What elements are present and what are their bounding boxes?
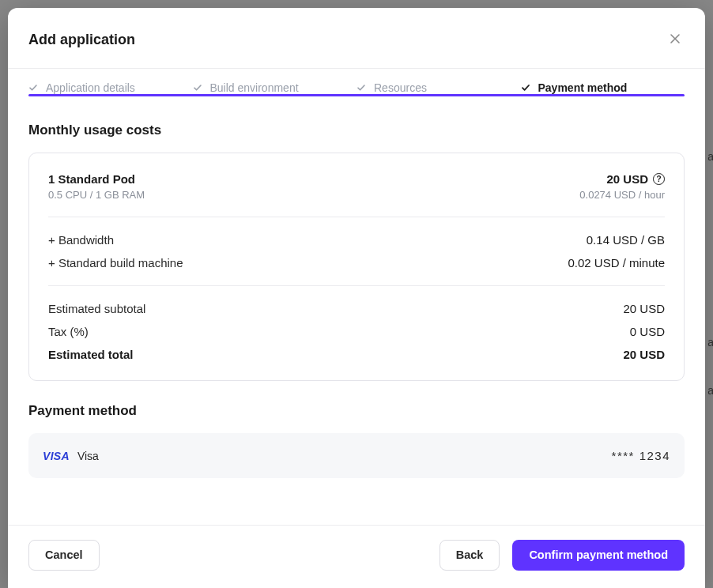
step-application-details[interactable]: Application details [28, 81, 193, 94]
background-text: as [707, 150, 713, 163]
step-label: Resources [374, 81, 427, 94]
addon-row: + Standard build machine 0.02 USD / minu… [48, 256, 665, 270]
pod-price-value: 20 USD [606, 172, 648, 186]
step-label: Build environment [210, 81, 299, 94]
modal-content: Monthly usage costs 1 Standard Pod 0.5 C… [8, 94, 705, 525]
addon-label: + Bandwidth [48, 233, 114, 247]
check-icon [356, 83, 366, 92]
section-title-costs: Monthly usage costs [28, 122, 685, 138]
background-text: as [707, 384, 713, 397]
pod-title: 1 Standard Pod [48, 172, 145, 186]
check-icon [193, 83, 202, 92]
confirm-payment-button[interactable]: Confirm payment method [512, 540, 685, 571]
visa-logo-icon: VISA [43, 450, 70, 462]
pod-rate: 0.0274 USD / hour [579, 189, 665, 201]
check-icon [521, 83, 530, 92]
summary-label: Tax (%) [48, 325, 89, 338]
modal-header: Add application [8, 8, 705, 69]
summary-row: Estimated subtotal 20 USD [48, 302, 665, 315]
summary-label: Estimated total [48, 348, 134, 361]
footer-actions: Back Confirm payment method [439, 540, 685, 571]
close-icon [670, 32, 681, 47]
addon-price: 0.14 USD / GB [587, 233, 665, 247]
section-title-payment: Payment method [28, 403, 685, 419]
step-build-environment[interactable]: Build environment [193, 81, 357, 94]
step-label: Payment method [538, 81, 628, 94]
pod-pricing: 20 USD ? 0.0274 USD / hour [579, 172, 665, 201]
step-payment-method[interactable]: Payment method [521, 81, 685, 94]
modal-footer: Cancel Back Confirm payment method [8, 525, 705, 588]
background-text: as [707, 336, 713, 349]
pod-info: 1 Standard Pod 0.5 CPU / 1 GB RAM [48, 172, 145, 201]
summary-price: 0 USD [630, 325, 665, 338]
cancel-button[interactable]: Cancel [28, 540, 100, 571]
summary-price: 20 USD [623, 348, 665, 361]
modal-title: Add application [28, 32, 135, 48]
summary-row-total: Estimated total 20 USD [48, 348, 665, 361]
summary-row: Tax (%) 0 USD [48, 325, 665, 338]
divider [48, 217, 665, 217]
summary-price: 20 USD [623, 302, 665, 315]
pod-row: 1 Standard Pod 0.5 CPU / 1 GB RAM 20 USD… [48, 172, 665, 201]
stepper-progress-bar [28, 94, 685, 96]
payment-brand: VISA Visa [43, 450, 99, 462]
step-resources[interactable]: Resources [356, 81, 521, 94]
card-last-digits: **** 1234 [612, 449, 670, 462]
divider [48, 285, 665, 286]
step-label: Application details [46, 81, 135, 94]
stepper: Application details Build environment Re… [8, 69, 705, 94]
check-icon [28, 83, 38, 92]
help-icon[interactable]: ? [653, 173, 665, 185]
summary-label: Estimated subtotal [48, 302, 145, 315]
cost-card: 1 Standard Pod 0.5 CPU / 1 GB RAM 20 USD… [28, 153, 685, 381]
add-application-modal: Add application Application details Buil… [8, 8, 705, 588]
addon-row: + Bandwidth 0.14 USD / GB [48, 233, 665, 247]
addon-label: + Standard build machine [48, 256, 183, 270]
payment-brand-name: Visa [77, 450, 99, 462]
payment-method-card[interactable]: VISA Visa **** 1234 [28, 433, 685, 478]
pod-spec: 0.5 CPU / 1 GB RAM [48, 189, 145, 201]
close-button[interactable] [666, 30, 685, 49]
back-button[interactable]: Back [439, 540, 500, 571]
addon-price: 0.02 USD / minute [568, 256, 665, 270]
pod-price: 20 USD ? [579, 172, 665, 186]
